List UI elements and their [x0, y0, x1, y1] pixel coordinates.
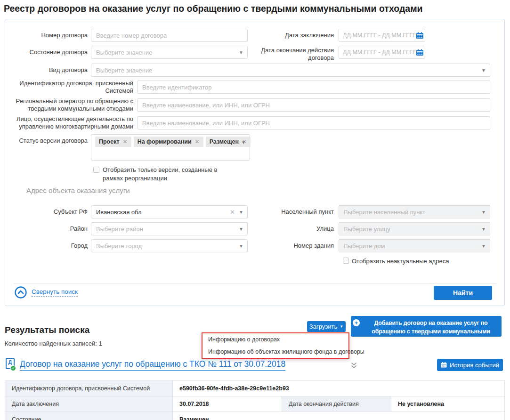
reorg-checkbox-label[interactable]: Отобразить только версии, созданные в ра…	[103, 166, 239, 182]
conclusion-date-label: Дата заключения	[254, 32, 334, 39]
conclusion-date-input[interactable]: ДД.ММ.ГГГГ - ДД.ММ.ГГГГ	[339, 29, 425, 42]
row-value: 30.07.2018	[173, 396, 282, 412]
inactive-addresses-label[interactable]: Отобразить неактуальные адреса	[352, 257, 493, 266]
district-select[interactable]: Выберите район ▼	[91, 222, 248, 235]
collapse-search-link[interactable]: Свернуть поиск	[15, 286, 78, 299]
conclusion-date-placeholder: ДД.ММ.ГГГГ - ДД.ММ.ГГГГ	[343, 32, 416, 39]
version-status-chips: Проект✕ На формировании✕ Размещен✕	[91, 135, 250, 147]
subject-value: Ивановская обл	[96, 209, 142, 216]
street-label: Улица	[254, 225, 334, 233]
chip-remove-icon[interactable]: ✕	[123, 138, 128, 145]
row-label: Дата окончания действия	[282, 396, 391, 412]
search-panel: Номер договора Дата заключения ДД.ММ.ГГГ…	[5, 19, 505, 306]
add-contract-button[interactable]: + Добавить договор на оказание услуг по …	[351, 316, 502, 337]
page-title: Реестр договоров на оказание услуг по об…	[4, 3, 423, 14]
regional-operator-label: Региональный оператор по обращению с тве…	[5, 97, 133, 112]
building-label: Номер здания	[254, 242, 334, 250]
management-entity-input[interactable]	[137, 116, 490, 129]
chip-draft[interactable]: Проект✕	[95, 137, 131, 147]
management-entity-label: Лицо, осуществляющее деятельность по упр…	[5, 115, 133, 130]
subject-select[interactable]: Ивановская обл ✕ ▼	[91, 205, 248, 218]
settlement-select[interactable]: Выберите населенный пункт ▼	[339, 205, 490, 218]
version-status-label: Статус версии договора	[5, 137, 88, 145]
collapse-search-label: Свернуть поиск	[32, 288, 78, 297]
expand-double-chevron-icon[interactable]	[350, 362, 357, 370]
street-placeholder: Выберите улицу	[344, 226, 390, 233]
district-label: Район	[5, 225, 88, 233]
row-value: Не установлена	[391, 396, 504, 412]
row-value: e590fb36-90fe-4fdb-a38e-29c9e11e2b93	[173, 381, 504, 396]
city-label: Город	[5, 242, 88, 250]
row-label: Дата заключения	[5, 396, 173, 412]
contract-id-input[interactable]	[137, 81, 490, 94]
regional-operator-input[interactable]	[137, 98, 490, 112]
settlement-placeholder: Выберите населенный пункт	[344, 209, 425, 216]
chevron-down-icon: ▼	[481, 210, 486, 215]
results-title: Результаты поиска	[5, 325, 89, 335]
calendar-icon	[441, 362, 447, 368]
calendar-icon[interactable]	[416, 32, 424, 39]
district-placeholder: Выберите район	[96, 226, 143, 233]
end-date-label: Дата окончания действия договора	[254, 47, 334, 61]
collapse-circle-icon	[15, 286, 27, 299]
street-select[interactable]: Выберите улицу ▼	[339, 222, 490, 235]
menu-item-housing-objects-info[interactable]: Информацию об объектах жилищного фонда в…	[202, 346, 348, 358]
building-select[interactable]: Выберите дом ▼	[339, 239, 490, 252]
chevron-down-icon: ▼	[239, 210, 243, 215]
chevron-down-icon: ▼	[239, 50, 243, 55]
contract-type-select[interactable]: Выберите значение ▼	[91, 64, 490, 77]
plus-icon: +	[353, 319, 360, 326]
address-section-title: Адрес объекта оказания услуги	[26, 186, 130, 194]
contract-type-label: Вид договора	[5, 66, 88, 74]
menu-item-contract-info[interactable]: Информацию о договорах	[202, 333, 348, 346]
row-label: Идентификатор договора, присвоенный Сист…	[5, 381, 173, 396]
chevron-down-icon: ▼	[481, 68, 486, 73]
city-placeholder: Выберите город	[96, 242, 142, 250]
table-row: Идентификатор договора, присвоенный Сист…	[5, 381, 504, 396]
history-button[interactable]: История событий	[437, 359, 503, 371]
chevron-down-icon: ▼	[241, 140, 246, 145]
end-date-input[interactable]: ДД.ММ.ГГГГ - ДД.ММ.ГГГГ	[339, 46, 425, 59]
download-button[interactable]: Загрузить▼	[307, 321, 346, 332]
version-status-multiselect[interactable]: Проект✕ На формировании✕ Размещен✕ ▼	[91, 134, 250, 161]
contract-state-label: Состояние договора	[5, 48, 88, 56]
contract-details-table: Идентификатор договора, присвоенный Сист…	[5, 380, 505, 420]
table-row: Состояние Размещен	[5, 412, 504, 420]
contract-link[interactable]: Договор на оказание услуг по обращению с…	[20, 359, 285, 371]
results-count: Количество найденных записей: 1	[5, 340, 102, 347]
chevron-down-icon: ▼	[239, 243, 243, 249]
subject-label: Субъект РФ	[5, 208, 88, 216]
reorg-checkbox[interactable]	[93, 167, 99, 173]
contract-state-placeholder: Выберите значение	[96, 49, 152, 56]
end-date-placeholder: ДД.ММ.ГГГГ - ДД.ММ.ГГГГ	[343, 49, 416, 56]
contract-state-select[interactable]: Выберите значение ▼	[91, 46, 248, 59]
contract-number-input[interactable]	[91, 29, 248, 42]
building-placeholder: Выберите дом	[344, 242, 385, 250]
contract-id-label: Идентификатор договора, присвоенный Сист…	[5, 80, 133, 94]
settlement-label: Населенный пункт	[254, 208, 334, 216]
clear-icon[interactable]: ✕	[230, 209, 235, 216]
table-row: Дата заключения 30.07.2018 Дата окончани…	[5, 396, 504, 412]
chip-forming[interactable]: На формировании✕	[134, 137, 203, 147]
panel-divider	[14, 283, 497, 283]
calendar-icon[interactable]	[416, 49, 424, 56]
inactive-addresses-checkbox[interactable]	[343, 258, 349, 264]
chevron-down-icon: ▼	[481, 243, 486, 249]
row-value: Размещен	[173, 412, 504, 420]
download-menu: Информацию о договорах Информацию об объ…	[202, 332, 349, 359]
chevron-down-icon: ▼	[239, 226, 243, 232]
contract-type-placeholder: Выберите значение	[96, 67, 152, 74]
chip-remove-icon[interactable]: ✕	[195, 138, 200, 145]
row-label: Состояние	[5, 412, 173, 420]
city-select[interactable]: Выберите город ▼	[91, 239, 248, 252]
contract-number-label: Номер договора	[5, 32, 88, 39]
chevron-down-icon: ▼	[340, 324, 343, 329]
find-button[interactable]: Найти	[434, 286, 492, 300]
chevron-down-icon: ▼	[481, 226, 486, 232]
check-badge-icon: ✓	[10, 365, 16, 371]
